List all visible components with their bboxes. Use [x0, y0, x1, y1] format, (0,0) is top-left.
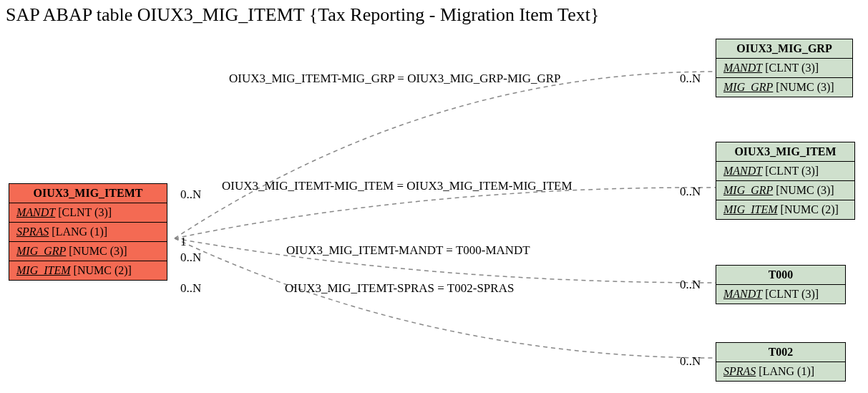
table-header: OIUX3_MIG_ITEM: [716, 142, 854, 162]
field-row: MIG_GRP [NUMC (3)]: [9, 242, 167, 261]
cardinality-left: 1: [180, 235, 187, 249]
table-oiux3-mig-grp: OIUX3_MIG_GRP MANDT [CLNT (3)] MIG_GRP […: [716, 39, 853, 97]
cardinality-right: 0..N: [680, 278, 701, 292]
table-header: T002: [716, 343, 845, 362]
cardinality-right: 0..N: [680, 72, 701, 86]
field-row: MANDT [CLNT (3)]: [9, 203, 167, 223]
relation-label: OIUX3_MIG_ITEMT-MIG_GRP = OIUX3_MIG_GRP-…: [229, 72, 561, 86]
cardinality-left: 0..N: [180, 188, 201, 202]
field-row: SPRAS [LANG (1)]: [9, 223, 167, 242]
field-row: MANDT [CLNT (3)]: [716, 59, 852, 78]
field-row: SPRAS [LANG (1)]: [716, 362, 845, 381]
field-row: MIG_ITEM [NUMC (2)]: [9, 261, 167, 280]
field-row: MIG_GRP [NUMC (3)]: [716, 181, 854, 200]
cardinality-right: 0..N: [680, 354, 701, 369]
table-oiux3-mig-item: OIUX3_MIG_ITEM MANDT [CLNT (3)] MIG_GRP …: [716, 142, 855, 220]
relation-label: OIUX3_MIG_ITEMT-MIG_ITEM = OIUX3_MIG_ITE…: [222, 179, 572, 193]
table-t002: T002 SPRAS [LANG (1)]: [716, 342, 846, 382]
field-row: MIG_ITEM [NUMC (2)]: [716, 200, 854, 219]
field-row: MANDT [CLNT (3)]: [716, 285, 845, 304]
cardinality-left: 0..N: [180, 281, 201, 296]
table-t000: T000 MANDT [CLNT (3)]: [716, 265, 846, 304]
table-header: OIUX3_MIG_GRP: [716, 39, 852, 59]
cardinality-right: 0..N: [680, 185, 701, 199]
edge-item: [175, 188, 716, 238]
relation-label: OIUX3_MIG_ITEMT-SPRAS = T002-SPRAS: [285, 281, 514, 296]
table-oiux3-mig-itemt: OIUX3_MIG_ITEMT MANDT [CLNT (3)] SPRAS […: [9, 183, 167, 281]
diagram-stage: SAP ABAP table OIUX3_MIG_ITEMT {Tax Repo…: [0, 0, 868, 393]
table-header: T000: [716, 266, 845, 285]
relation-label: OIUX3_MIG_ITEMT-MANDT = T000-MANDT: [286, 243, 530, 258]
field-row: MIG_GRP [NUMC (3)]: [716, 78, 852, 97]
table-header: OIUX3_MIG_ITEMT: [9, 184, 167, 203]
cardinality-left: 0..N: [180, 251, 201, 265]
edge-grp: [175, 72, 716, 238]
field-row: MANDT [CLNT (3)]: [716, 162, 854, 181]
